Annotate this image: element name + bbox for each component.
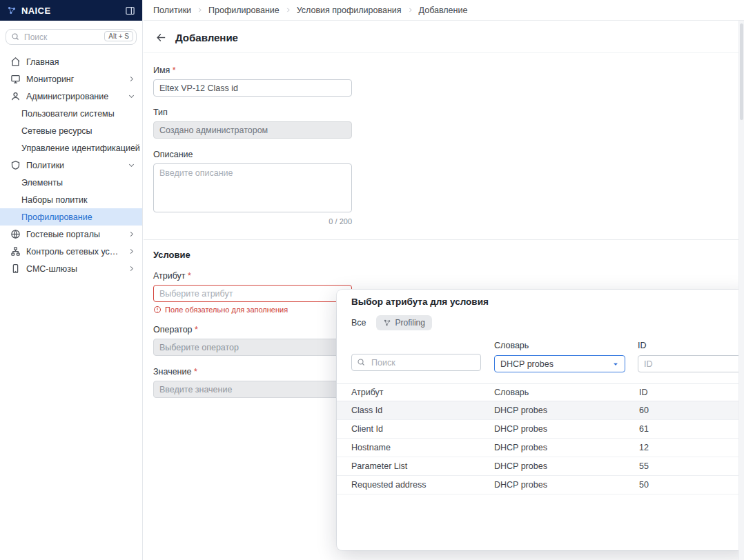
sidebar-item-label: Администрирование [26, 92, 122, 101]
table-row-hostname[interactable]: Hostname DHCP probes 12 [337, 439, 744, 457]
label-text: Имя [153, 66, 170, 75]
sitemap-icon [10, 246, 21, 257]
header-dictionary: Словарь [494, 388, 639, 397]
cell-attribute: Requested address [351, 480, 494, 490]
header-id: ID [639, 388, 744, 397]
attribute-input-wrap [153, 285, 352, 302]
table-header: Атрибут Словарь ID [337, 383, 744, 401]
chip-label: Profiling [395, 318, 425, 328]
sidebar-item-policies[interactable]: Политики [0, 157, 142, 174]
description-label: Описание [153, 150, 744, 159]
sidebar: NAICE Alt + S Главная Мониторинг [0, 0, 143, 560]
breadcrumb-policies[interactable]: Политики [153, 6, 191, 15]
attribute-input[interactable] [153, 285, 352, 302]
chevron-down-icon [128, 92, 135, 100]
sidebar-item-label: Пользователи системы [21, 109, 115, 119]
sidebar-item-network-resources[interactable]: Сетевые ресурсы [0, 122, 142, 139]
sidebar-item-users[interactable]: Пользователи системы [0, 105, 142, 122]
attribute-label: Атрибут * [153, 271, 744, 281]
app-header: NAICE [0, 0, 142, 21]
breadcrumb-profiling[interactable]: Профилирование [208, 6, 280, 15]
error-text: Поле обязательно для заполнения [165, 306, 288, 314]
sidebar-item-label: Главная [26, 57, 135, 67]
required-asterisk: * [194, 367, 197, 377]
sidebar-item-label: СМС-шлюзы [26, 264, 122, 274]
label-text: Значение [153, 367, 191, 377]
app-logo-icon [7, 6, 17, 15]
phone-icon [10, 263, 21, 274]
name-input[interactable] [153, 79, 352, 97]
chevron-right-icon [285, 7, 291, 13]
shield-icon [10, 160, 21, 171]
table-row-client-id[interactable]: Client Id DHCP probes 61 [337, 420, 744, 439]
dictionary-select[interactable]: DHCP probes [494, 355, 625, 372]
field-type: Тип [153, 108, 744, 139]
sidebar-item-identity[interactable]: Управление идентификацией [0, 139, 142, 157]
description-counter: 0 / 200 [153, 217, 352, 226]
tab-all[interactable]: Все [351, 318, 366, 328]
page-scrollbar[interactable] [738, 21, 744, 560]
search-icon [11, 32, 19, 41]
breadcrumb-profiling-conditions[interactable]: Условия профилирования [297, 6, 402, 15]
sidebar-item-label: Управление идентификацией [21, 143, 140, 153]
label-text: Атрибут [153, 271, 186, 281]
sidebar-item-sms-gateways[interactable]: СМС-шлюзы [0, 260, 142, 277]
search-shortcut-badge: Alt + S [104, 31, 133, 41]
cell-dictionary: DHCP probes [494, 480, 639, 490]
required-asterisk: * [188, 271, 191, 281]
name-label: Имя * [153, 66, 744, 75]
type-input [153, 121, 352, 139]
cell-dictionary: DHCP probes [494, 443, 639, 452]
breadcrumb: Политики Профилирование Условия профилир… [144, 0, 744, 21]
back-button[interactable] [155, 31, 167, 43]
modal-title: Выбор атрибута для условия [351, 297, 489, 307]
app-root: NAICE Alt + S Главная Мониторинг [0, 0, 744, 560]
cell-attribute: Class Id [351, 406, 494, 415]
chevron-right-icon [128, 248, 135, 255]
monitor-icon [10, 74, 21, 85]
field-description: Описание 0 / 200 [153, 150, 744, 226]
attribute-table: Атрибут Словарь ID Class Id DHCP probes … [337, 383, 744, 494]
table-row-parameter-list[interactable]: Parameter List DHCP probes 55 [337, 457, 744, 476]
sidebar-item-label: Профилирование [21, 212, 92, 222]
chevron-down-icon [612, 361, 619, 368]
value-input [153, 381, 352, 398]
cell-id: 12 [639, 443, 744, 452]
sidebar-item-profiling[interactable]: Профилирование [0, 208, 142, 226]
id-input[interactable] [638, 355, 744, 372]
modal-search [351, 354, 481, 371]
home-icon [10, 57, 21, 68]
cell-attribute: Hostname [351, 443, 494, 452]
cell-attribute: Client Id [351, 424, 494, 434]
sidebar-item-home[interactable]: Главная [0, 53, 142, 70]
sidebar-item-label: Наборы политик [21, 195, 87, 205]
sidebar-item-monitoring[interactable]: Мониторинг [0, 70, 142, 88]
sidebar-collapse-icon[interactable] [125, 6, 135, 16]
error-icon [153, 306, 161, 314]
search-icon [357, 358, 365, 366]
profiling-icon [383, 319, 391, 327]
dictionary-label: Словарь [494, 341, 625, 350]
sidebar-item-elements[interactable]: Элементы [0, 174, 142, 191]
table-row-requested-address[interactable]: Requested address DHCP probes 50 [337, 476, 744, 494]
table-row-class-id[interactable]: Class Id DHCP probes 60 [337, 401, 744, 420]
scrollbar-thumb[interactable] [740, 23, 743, 120]
id-filter: ID [638, 341, 744, 372]
attribute-picker-modal: Выбор атрибута для условия Все Profiling… [337, 290, 744, 550]
cell-dictionary: DHCP probes [494, 461, 639, 471]
cell-id: 55 [639, 461, 744, 471]
sidebar-item-label: Мониторинг [26, 74, 122, 84]
sidebar-item-label: Контроль сетевых устро... [26, 247, 122, 257]
tab-profiling[interactable]: Profiling [376, 315, 432, 330]
sidebar-item-device-control[interactable]: Контроль сетевых устро... [0, 243, 142, 260]
field-name: Имя * [153, 66, 744, 97]
sidebar-item-administration[interactable]: Администрирование [0, 88, 142, 105]
cell-id: 60 [639, 406, 744, 415]
description-textarea[interactable] [153, 163, 352, 212]
modal-search-input[interactable] [351, 354, 481, 371]
sidebar-item-guest-portals[interactable]: Гостевые порталы [0, 226, 142, 243]
sidebar-item-policy-sets[interactable]: Наборы политик [0, 191, 142, 208]
sidebar-nav: Главная Мониторинг Администрирование Пол… [0, 53, 142, 277]
sidebar-search: Alt + S [6, 29, 137, 45]
chevron-right-icon [128, 230, 135, 238]
